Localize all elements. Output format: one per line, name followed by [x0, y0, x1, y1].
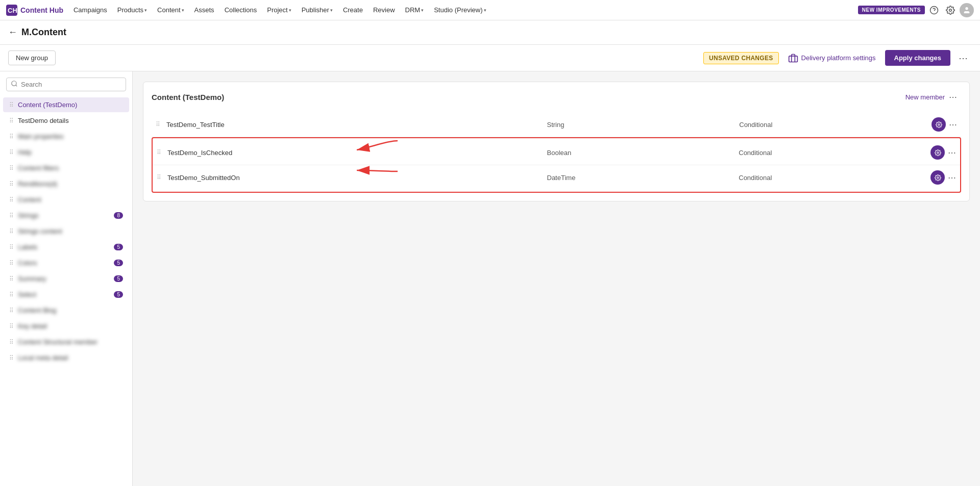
sidebar-item-3[interactable]: ⠿ Main properties [3, 129, 129, 144]
new-group-button[interactable]: New group [8, 50, 56, 65]
drag-handle-icon: ⠿ [9, 307, 14, 314]
drag-handle-icon: ⠿ [9, 212, 14, 219]
help-icon[interactable] [927, 3, 941, 17]
drag-handle-icon: ⠿ [9, 181, 14, 188]
drag-handle-icon: ⠿ [9, 354, 14, 362]
svg-point-5 [965, 7, 968, 10]
svg-point-7 [12, 81, 16, 86]
sidebar-item-17[interactable]: ⠿ Local meta detail [3, 350, 129, 365]
search-input[interactable] [21, 81, 121, 88]
search-icon [11, 80, 18, 89]
nav-drm[interactable]: DRM ▾ [401, 4, 428, 16]
chevron-down-icon: ▾ [144, 8, 147, 13]
nav-campaigns[interactable]: Campaigns [69, 4, 111, 16]
nav-project[interactable]: Project ▾ [263, 4, 295, 16]
search-box[interactable] [6, 78, 126, 91]
sidebar-item-label: Summary [18, 275, 46, 283]
top-navigation: CH Content Hub Campaigns Products ▾ Cont… [0, 0, 980, 20]
drag-handle-icon: ⠿ [9, 275, 14, 283]
nav-studio[interactable]: Studio (Preview) ▾ [430, 4, 490, 16]
sidebar-badge: 5 [114, 291, 123, 298]
group-header: Content (TestDemo) New member ⋯ [152, 90, 961, 104]
member-name: TestDemo_TestTitle [166, 121, 543, 129]
sidebar-item-9[interactable]: ⠿ Strings content [3, 224, 129, 239]
member-condition: Conditional [739, 149, 926, 157]
member-row: ⠿ TestDemo_IsChecked Boolean Conditional… [153, 140, 960, 165]
svg-point-4 [949, 9, 952, 11]
drag-handle-icon: ⠿ [9, 291, 14, 298]
sidebar: ⠿ Content (TestDemo) ⠿ TestDemo details … [0, 71, 133, 486]
sidebar-item-16[interactable]: ⠿ Content Structural member [3, 335, 129, 349]
nav-create[interactable]: Create [339, 4, 367, 16]
sidebar-item-label: Key detail [18, 322, 47, 330]
member-gear-button[interactable] [930, 170, 945, 185]
highlighted-members-group: ⠿ TestDemo_IsChecked Boolean Conditional… [152, 137, 961, 193]
sidebar-item-8[interactable]: ⠿ Strings 8 [3, 208, 129, 223]
member-type: Boolean [547, 149, 735, 157]
sidebar-item-testdemo-details[interactable]: ⠿ TestDemo details [3, 113, 129, 128]
member-type: DateTime [547, 174, 735, 182]
member-condition: Conditional [739, 174, 926, 182]
sidebar-item-15[interactable]: ⠿ Key detail [3, 319, 129, 334]
sidebar-item-6[interactable]: ⠿ Renditions(d) [3, 176, 129, 191]
chevron-down-icon: ▾ [421, 8, 424, 13]
sidebar-item-4[interactable]: ⠿ Help [3, 145, 129, 160]
member-actions: ⋯ [932, 117, 957, 132]
sidebar-item-11[interactable]: ⠿ Colors 5 [3, 255, 129, 270]
member-actions: ⋯ [930, 145, 956, 160]
sidebar-item-5[interactable]: ⠿ Content filters [3, 161, 129, 175]
sidebar-item-13[interactable]: ⠿ Select 5 [3, 287, 129, 302]
member-more-button[interactable]: ⋯ [948, 148, 956, 158]
delivery-platform-button[interactable]: Delivery platform settings [783, 50, 881, 66]
nav-content[interactable]: Content ▾ [153, 4, 188, 16]
sidebar-item-label: Select [18, 291, 36, 298]
drag-handle-icon: ⠿ [9, 165, 14, 172]
user-avatar[interactable] [960, 3, 974, 17]
sidebar-item-14[interactable]: ⠿ Content Blog [3, 303, 129, 318]
nav-assets[interactable]: Assets [190, 4, 218, 16]
apply-changes-button[interactable]: Apply changes [885, 50, 950, 66]
back-button[interactable]: ← [8, 27, 17, 38]
app-logo[interactable]: CH Content Hub [6, 5, 63, 16]
member-more-button[interactable]: ⋯ [948, 173, 956, 183]
sidebar-item-content-testdemo[interactable]: ⠿ Content (TestDemo) [3, 97, 129, 112]
nav-collections[interactable]: Collections [220, 4, 261, 16]
sidebar-item-label: Labels [18, 243, 37, 251]
member-name: TestDemo_IsChecked [167, 149, 543, 157]
new-improvements-badge[interactable]: NEW IMPROVEMENTS [858, 6, 925, 14]
member-row: ⠿ TestDemo_TestTitle String Conditional … [152, 112, 961, 137]
sidebar-item-12[interactable]: ⠿ Summary 5 [3, 271, 129, 286]
chevron-down-icon: ▾ [182, 8, 184, 13]
sidebar-item-label: Strings content [18, 227, 62, 235]
sidebar-item-10[interactable]: ⠿ Labels 5 [3, 240, 129, 254]
svg-point-9 [938, 123, 939, 125]
settings-icon[interactable] [943, 3, 958, 17]
sidebar-item-label: Content Blog [18, 306, 56, 314]
member-gear-button[interactable] [930, 145, 945, 160]
nav-publisher[interactable]: Publisher ▾ [298, 4, 337, 16]
drag-handle-icon: ⠿ [9, 133, 14, 140]
member-row: ⠿ TestDemo_SubmittedOn DateTime Conditio… [153, 165, 960, 190]
group-title: Content (TestDemo) [152, 93, 905, 101]
drag-handle-icon: ⠿ [157, 149, 161, 156]
drag-handle-icon: ⠿ [9, 339, 14, 346]
sidebar-item-7[interactable]: ⠿ Content [3, 192, 129, 207]
drag-handle-icon: ⠿ [9, 323, 14, 330]
member-more-button[interactable]: ⋯ [949, 120, 957, 130]
sidebar-item-label: Content filters [18, 164, 59, 172]
chevron-down-icon: ▾ [484, 8, 486, 13]
sidebar-badge: 5 [114, 260, 123, 266]
nav-review[interactable]: Review [369, 4, 399, 16]
page-title: M.Content [21, 27, 66, 38]
content-area: Content (TestDemo) New member ⋯ ⠿ TestDe… [133, 71, 980, 486]
drag-handle-icon: ⠿ [9, 244, 14, 251]
new-member-button[interactable]: New member [905, 93, 945, 101]
group-more-options-button[interactable]: ⋯ [945, 90, 961, 104]
member-gear-button[interactable] [932, 117, 946, 132]
sidebar-item-label: Strings [18, 212, 38, 219]
drag-handle-icon: ⠿ [9, 260, 14, 267]
nav-products[interactable]: Products ▾ [113, 4, 151, 16]
chevron-down-icon: ▾ [330, 8, 333, 13]
more-options-button[interactable]: ⋯ [954, 50, 972, 66]
drag-handle-icon: ⠿ [9, 117, 14, 124]
